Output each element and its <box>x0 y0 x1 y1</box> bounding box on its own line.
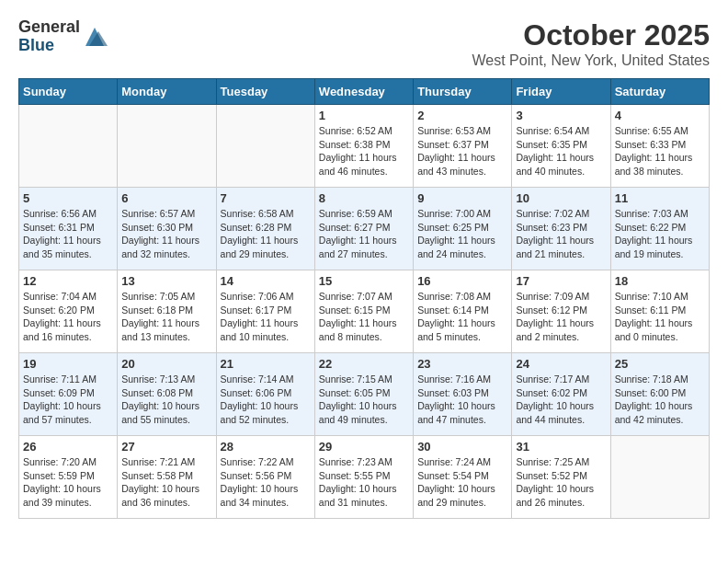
weekday-header-row: SundayMondayTuesdayWednesdayThursdayFrid… <box>19 79 710 105</box>
calendar-cell: 15Sunrise: 7:07 AM Sunset: 6:15 PM Dayli… <box>314 270 413 353</box>
weekday-header-sunday: Sunday <box>19 79 118 105</box>
day-number: 21 <box>221 357 311 371</box>
logo: General Blue <box>18 18 109 55</box>
weekday-header-thursday: Thursday <box>414 79 512 105</box>
day-number: 28 <box>221 440 311 454</box>
calendar-cell: 17Sunrise: 7:09 AM Sunset: 6:12 PM Dayli… <box>512 270 610 353</box>
day-number: 1 <box>319 109 409 122</box>
day-number: 29 <box>319 440 409 454</box>
day-number: 22 <box>319 357 409 371</box>
day-info: Sunrise: 6:53 AM Sunset: 6:37 PM Dayligh… <box>417 124 507 178</box>
day-number: 26 <box>23 440 113 454</box>
calendar-cell: 16Sunrise: 7:08 AM Sunset: 6:14 PM Dayli… <box>414 270 512 353</box>
calendar-cell: 29Sunrise: 7:23 AM Sunset: 5:55 PM Dayli… <box>314 436 413 519</box>
day-number: 27 <box>121 440 211 454</box>
day-number: 16 <box>417 274 507 288</box>
calendar-cell: 31Sunrise: 7:25 AM Sunset: 5:52 PM Dayli… <box>512 436 610 519</box>
calendar-cell: 24Sunrise: 7:17 AM Sunset: 6:02 PM Dayli… <box>512 353 610 436</box>
day-info: Sunrise: 7:15 AM Sunset: 6:05 PM Dayligh… <box>319 373 409 427</box>
day-info: Sunrise: 7:11 AM Sunset: 6:09 PM Dayligh… <box>23 373 113 427</box>
calendar-cell: 22Sunrise: 7:15 AM Sunset: 6:05 PM Dayli… <box>314 353 413 436</box>
day-info: Sunrise: 7:17 AM Sunset: 6:02 PM Dayligh… <box>516 373 606 427</box>
day-info: Sunrise: 7:02 AM Sunset: 6:23 PM Dayligh… <box>516 207 606 261</box>
calendar-week-row-4: 19Sunrise: 7:11 AM Sunset: 6:09 PM Dayli… <box>19 353 710 436</box>
day-number: 31 <box>516 440 606 454</box>
day-number: 25 <box>615 357 705 371</box>
day-info: Sunrise: 7:05 AM Sunset: 6:18 PM Dayligh… <box>121 290 211 344</box>
day-info: Sunrise: 7:13 AM Sunset: 6:08 PM Dayligh… <box>121 373 211 427</box>
calendar-cell: 6Sunrise: 6:57 AM Sunset: 6:30 PM Daylig… <box>118 188 216 270</box>
day-info: Sunrise: 7:18 AM Sunset: 6:00 PM Dayligh… <box>615 373 705 427</box>
day-info: Sunrise: 7:22 AM Sunset: 5:56 PM Dayligh… <box>221 455 311 510</box>
day-info: Sunrise: 7:08 AM Sunset: 6:14 PM Dayligh… <box>417 290 507 344</box>
day-info: Sunrise: 7:09 AM Sunset: 6:12 PM Dayligh… <box>516 290 606 344</box>
calendar-cell: 10Sunrise: 7:02 AM Sunset: 6:23 PM Dayli… <box>512 188 610 270</box>
day-number: 19 <box>23 357 113 371</box>
calendar-cell: 9Sunrise: 7:00 AM Sunset: 6:25 PM Daylig… <box>414 188 512 270</box>
calendar-cell <box>19 105 118 188</box>
day-info: Sunrise: 7:03 AM Sunset: 6:22 PM Dayligh… <box>615 207 705 261</box>
calendar-cell: 12Sunrise: 7:04 AM Sunset: 6:20 PM Dayli… <box>19 270 118 353</box>
day-number: 8 <box>319 191 409 205</box>
day-info: Sunrise: 7:07 AM Sunset: 6:15 PM Dayligh… <box>319 290 409 344</box>
day-info: Sunrise: 7:10 AM Sunset: 6:11 PM Dayligh… <box>615 290 705 344</box>
calendar-table: SundayMondayTuesdayWednesdayThursdayFrid… <box>18 78 710 519</box>
day-info: Sunrise: 7:06 AM Sunset: 6:17 PM Dayligh… <box>221 290 311 344</box>
calendar-cell: 30Sunrise: 7:24 AM Sunset: 5:54 PM Dayli… <box>414 436 512 519</box>
day-info: Sunrise: 7:23 AM Sunset: 5:55 PM Dayligh… <box>319 455 409 510</box>
title-area: October 2025 West Point, New York, Unite… <box>472 18 711 69</box>
day-number: 20 <box>121 357 211 371</box>
logo-general-text: General <box>18 18 80 37</box>
calendar-cell <box>118 105 216 188</box>
calendar-cell: 13Sunrise: 7:05 AM Sunset: 6:18 PM Dayli… <box>118 270 216 353</box>
calendar-cell: 14Sunrise: 7:06 AM Sunset: 6:17 PM Dayli… <box>216 270 314 353</box>
calendar-week-row-1: 1Sunrise: 6:52 AM Sunset: 6:38 PM Daylig… <box>19 105 710 188</box>
weekday-header-friday: Friday <box>512 79 610 105</box>
calendar-cell: 7Sunrise: 6:58 AM Sunset: 6:28 PM Daylig… <box>216 188 314 270</box>
calendar-cell: 18Sunrise: 7:10 AM Sunset: 6:11 PM Dayli… <box>610 270 709 353</box>
day-info: Sunrise: 7:24 AM Sunset: 5:54 PM Dayligh… <box>417 455 507 510</box>
weekday-header-wednesday: Wednesday <box>314 79 413 105</box>
calendar-week-row-2: 5Sunrise: 6:56 AM Sunset: 6:31 PM Daylig… <box>19 188 710 270</box>
day-info: Sunrise: 7:00 AM Sunset: 6:25 PM Dayligh… <box>417 207 507 261</box>
calendar-cell: 27Sunrise: 7:21 AM Sunset: 5:58 PM Dayli… <box>118 436 216 519</box>
location-subtitle: West Point, New York, United States <box>472 52 711 69</box>
day-info: Sunrise: 7:16 AM Sunset: 6:03 PM Dayligh… <box>417 373 507 427</box>
calendar-cell: 11Sunrise: 7:03 AM Sunset: 6:22 PM Dayli… <box>610 188 709 270</box>
day-number: 3 <box>516 109 606 122</box>
calendar-cell: 19Sunrise: 7:11 AM Sunset: 6:09 PM Dayli… <box>19 353 118 436</box>
calendar-cell: 25Sunrise: 7:18 AM Sunset: 6:00 PM Dayli… <box>610 353 709 436</box>
day-number: 18 <box>615 274 705 288</box>
calendar-cell: 20Sunrise: 7:13 AM Sunset: 6:08 PM Dayli… <box>118 353 216 436</box>
calendar-cell: 2Sunrise: 6:53 AM Sunset: 6:37 PM Daylig… <box>414 105 512 188</box>
day-number: 7 <box>221 191 311 205</box>
day-info: Sunrise: 6:59 AM Sunset: 6:27 PM Dayligh… <box>319 207 409 261</box>
day-info: Sunrise: 7:20 AM Sunset: 5:59 PM Dayligh… <box>23 455 113 510</box>
weekday-header-saturday: Saturday <box>610 79 709 105</box>
weekday-header-tuesday: Tuesday <box>216 79 314 105</box>
weekday-header-monday: Monday <box>118 79 216 105</box>
day-info: Sunrise: 6:54 AM Sunset: 6:35 PM Dayligh… <box>516 124 606 178</box>
day-number: 30 <box>417 440 507 454</box>
day-number: 10 <box>516 191 606 205</box>
calendar-cell: 1Sunrise: 6:52 AM Sunset: 6:38 PM Daylig… <box>314 105 413 188</box>
calendar-week-row-5: 26Sunrise: 7:20 AM Sunset: 5:59 PM Dayli… <box>19 436 710 519</box>
day-info: Sunrise: 6:57 AM Sunset: 6:30 PM Dayligh… <box>121 207 211 261</box>
day-number: 14 <box>221 274 311 288</box>
day-number: 15 <box>319 274 409 288</box>
day-info: Sunrise: 6:55 AM Sunset: 6:33 PM Dayligh… <box>615 124 705 178</box>
day-number: 24 <box>516 357 606 371</box>
calendar-week-row-3: 12Sunrise: 7:04 AM Sunset: 6:20 PM Dayli… <box>19 270 710 353</box>
day-info: Sunrise: 6:58 AM Sunset: 6:28 PM Dayligh… <box>221 207 311 261</box>
day-info: Sunrise: 7:25 AM Sunset: 5:52 PM Dayligh… <box>516 455 606 510</box>
calendar-cell: 28Sunrise: 7:22 AM Sunset: 5:56 PM Dayli… <box>216 436 314 519</box>
calendar-cell: 26Sunrise: 7:20 AM Sunset: 5:59 PM Dayli… <box>19 436 118 519</box>
day-number: 13 <box>121 274 211 288</box>
day-info: Sunrise: 7:04 AM Sunset: 6:20 PM Dayligh… <box>23 290 113 344</box>
day-info: Sunrise: 6:52 AM Sunset: 6:38 PM Dayligh… <box>319 124 409 178</box>
calendar-cell <box>216 105 314 188</box>
day-number: 2 <box>417 109 507 122</box>
day-info: Sunrise: 7:21 AM Sunset: 5:58 PM Dayligh… <box>121 455 211 510</box>
day-number: 17 <box>516 274 606 288</box>
calendar-cell: 4Sunrise: 6:55 AM Sunset: 6:33 PM Daylig… <box>610 105 709 188</box>
